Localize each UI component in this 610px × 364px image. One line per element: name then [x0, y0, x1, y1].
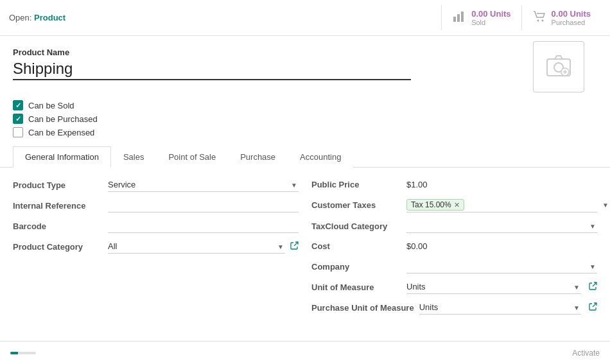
can-be-expensed-label: Can be Expensed [28, 128, 94, 137]
product-name-row: Product Name [13, 48, 597, 92]
product-photo-placeholder[interactable] [533, 41, 584, 92]
tax-badge: Tax 15.00% ✕ [406, 199, 464, 211]
product-type-row: Product Type Service Consumable Storable… [13, 178, 299, 192]
product-name-label: Product Name [13, 48, 411, 57]
customer-taxes-row: Customer Taxes Tax 15.00% ✕ ▼ [311, 198, 597, 212]
product-type-label: Product Type [13, 180, 103, 190]
svg-point-4 [541, 20, 543, 22]
uom-select[interactable]: Units [406, 280, 581, 294]
barcode-label: Barcode [13, 221, 103, 231]
taxcloud-select[interactable] [406, 219, 597, 233]
uom-row: Unit of Measure Units ▼ [311, 280, 597, 294]
internal-ref-row: Internal Reference [13, 198, 299, 212]
barcode-row: Barcode [13, 219, 299, 233]
public-price-row: Public Price $1.00 [311, 178, 597, 191]
units-sold-value: 0.00 Units [471, 9, 510, 19]
units-purchased-label: Purchased [552, 19, 591, 26]
customer-taxes-label: Customer Taxes [311, 200, 401, 210]
product-category-select-wrap: All ▼ [108, 239, 285, 254]
can-be-sold-row[interactable]: Can be Sold [13, 100, 597, 110]
svg-rect-1 [457, 14, 460, 22]
can-be-expensed-checkbox[interactable] [13, 127, 23, 137]
tab-accounting[interactable]: Accounting [288, 146, 353, 168]
right-column: Public Price $1.00 Customer Taxes Tax 15… [299, 178, 597, 315]
left-column: Product Type Service Consumable Storable… [13, 178, 299, 315]
svg-rect-2 [461, 12, 464, 22]
units-sold-stat[interactable]: 0.00 Units Sold [441, 5, 521, 30]
bottom-bar: Activate [0, 341, 610, 364]
bar-chart-icon [452, 9, 466, 26]
cost-row: Cost $0.00 [311, 239, 597, 253]
purchase-uom-select[interactable]: Units [419, 300, 581, 315]
form-area: Product Name Can be Sold Can be Purchase… [0, 36, 610, 315]
product-category-row: Product Category All ▼ [13, 239, 299, 254]
taxcloud-label: TaxCloud Category [311, 221, 401, 231]
tab-purchase[interactable]: Purchase [228, 146, 288, 168]
product-category-label: Product Category [13, 242, 103, 252]
purchase-uom-ext-link[interactable] [589, 302, 597, 313]
tab-pos[interactable]: Point of Sale [156, 146, 228, 168]
product-type-select-wrap: Service Consumable Storable Product ▼ [108, 178, 299, 192]
purchase-uom-select-wrap: Units ▼ [419, 300, 581, 315]
tab-sales[interactable]: Sales [111, 146, 157, 168]
tabs: General Information Sales Point of Sale … [0, 146, 610, 168]
breadcrumb: Open: Product [9, 13, 65, 22]
svg-rect-0 [453, 17, 456, 22]
internal-ref-input[interactable] [108, 198, 299, 212]
cost-label: Cost [311, 241, 401, 251]
public-price-value: $1.00 [406, 178, 597, 191]
activate-label: Activate [572, 349, 600, 358]
customer-taxes-arrow-icon: ▼ [602, 202, 609, 209]
stats-area: 0.00 Units Sold 0.00 Units Purchased [441, 5, 601, 30]
can-be-purchased-label: Can be Purchased [28, 114, 98, 124]
cost-value: $0.00 [406, 239, 597, 253]
units-purchased-stat[interactable]: 0.00 Units Purchased [521, 5, 601, 30]
tab-content: Product Type Service Consumable Storable… [13, 168, 597, 315]
breadcrumb-prefix: Open: [9, 13, 34, 22]
can-be-expensed-row[interactable]: Can be Expensed [13, 127, 597, 137]
progress-bar [10, 352, 36, 354]
units-sold-text: 0.00 Units Sold [471, 9, 510, 26]
customer-taxes-tags: Tax 15.00% ✕ [406, 198, 597, 212]
cart-icon [532, 9, 546, 26]
svg-point-3 [537, 20, 539, 22]
units-sold-label: Sold [471, 19, 510, 26]
can-be-sold-label: Can be Sold [28, 101, 74, 110]
uom-label: Unit of Measure [311, 282, 401, 292]
tax-badge-remove[interactable]: ✕ [454, 201, 460, 209]
can-be-purchased-row[interactable]: Can be Purchased [13, 114, 597, 124]
tax-badge-label: Tax 15.00% [411, 200, 451, 209]
public-price-label: Public Price [311, 180, 401, 189]
company-label: Company [311, 262, 401, 272]
progress-fill [10, 352, 18, 354]
can-be-sold-checkbox[interactable] [13, 100, 23, 110]
product-type-select[interactable]: Service Consumable Storable Product [108, 178, 299, 192]
top-bar: Open: Product 0.00 Units Sold [0, 0, 610, 36]
checkboxes: Can be Sold Can be Purchased Can be Expe… [13, 100, 597, 137]
taxcloud-select-wrap: ▼ [406, 219, 597, 233]
units-purchased-value: 0.00 Units [552, 9, 591, 19]
taxcloud-row: TaxCloud Category ▼ [311, 219, 597, 233]
product-category-select[interactable]: All [108, 239, 285, 254]
company-select[interactable] [406, 259, 597, 273]
can-be-purchased-checkbox[interactable] [13, 114, 23, 124]
purchase-uom-row: Purchase Unit of Measure Units ▼ [311, 300, 597, 315]
internal-ref-label: Internal Reference [13, 201, 103, 211]
tab-general[interactable]: General Information [13, 146, 111, 168]
product-category-ext-link[interactable] [290, 241, 299, 252]
product-name-wrap: Product Name [13, 48, 411, 80]
company-row: Company ▼ [311, 259, 597, 273]
uom-select-wrap: Units ▼ [406, 280, 581, 294]
purchase-uom-label: Purchase Unit of Measure [311, 303, 414, 313]
company-select-wrap: ▼ [406, 259, 597, 273]
product-name-input[interactable] [13, 60, 411, 80]
breadcrumb-page: Product [34, 13, 65, 22]
uom-ext-link[interactable] [589, 282, 597, 292]
barcode-input[interactable] [108, 219, 299, 233]
units-purchased-text: 0.00 Units Purchased [552, 9, 591, 26]
